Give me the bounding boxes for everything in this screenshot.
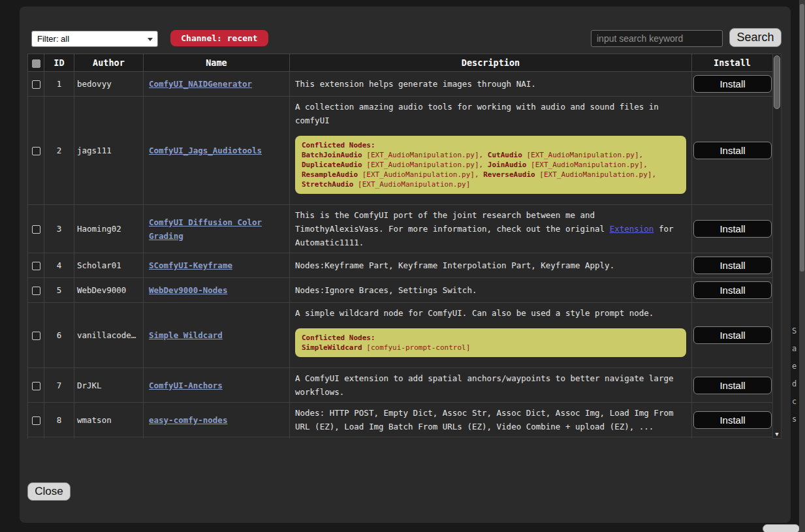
scrollbar-down-arrow[interactable]: ▼ (773, 431, 781, 437)
table-scrollbar[interactable]: ▼ (772, 54, 781, 439)
page-scrollbar-thumb[interactable] (800, 4, 804, 272)
row-id: 6 (44, 303, 74, 368)
channel-badge: Channel: recent (170, 30, 268, 46)
table-row: 5 WebDev9000 WebDev9000-Nodes Nodes:Igno… (28, 278, 773, 303)
row-checkbox[interactable] (32, 416, 40, 425)
conflict-node-name: DuplicateAudio (302, 161, 362, 169)
install-button[interactable]: Install (693, 75, 772, 93)
conflict-node-name: JoinAudio (488, 161, 527, 169)
filter-select-value: Filter: all (37, 34, 69, 44)
header-name: Name (144, 54, 290, 72)
row-description: A ComfyUI extension to add spatial ancho… (290, 368, 692, 403)
table-scrollbar-thumb[interactable] (774, 55, 780, 109)
row-checkbox[interactable] (32, 262, 40, 270)
conflict-node-name: SimpleWildcard (302, 343, 362, 352)
row-description: This extension helps generate images thr… (290, 72, 692, 97)
extension-inline-link[interactable]: Extension (610, 224, 654, 234)
row-description: Nodes:Ignore Braces, Settings Switch. (290, 278, 692, 303)
clipped-background-text: S (792, 326, 797, 336)
conflict-node-name: CutAudio (488, 151, 522, 159)
row-author: jags111 (74, 97, 144, 205)
extension-name-link[interactable]: ComfyUI-Anchors (149, 381, 223, 390)
row-id: 2 (44, 97, 74, 205)
conflict-node-name: StretchAudio (302, 180, 353, 189)
conflict-node-source: [EXT_AudioManipulation.py], (539, 170, 656, 179)
row-checkbox[interactable] (32, 382, 40, 390)
row-checkbox[interactable] (32, 80, 40, 89)
conflict-node-source: [EXT_AudioManipulation.py] (358, 180, 470, 189)
select-all-checkbox[interactable] (32, 59, 40, 68)
clipped-background-text: e (792, 362, 797, 371)
row-author: vanillacode314 (74, 303, 144, 368)
filter-select[interactable]: Filter: all (31, 31, 158, 47)
conflict-title: Conflicted Nodes: (302, 333, 680, 343)
row-author: Scholar01 (74, 253, 144, 278)
extension-name-link[interactable]: ComfyUI_Jags_Audiotools (149, 146, 262, 155)
conflict-title: Conflicted Nodes: (302, 140, 680, 150)
row-description: A simple wildcard node for ComfyUI. Can … (295, 306, 686, 320)
page-scrollbar[interactable] (799, 0, 805, 532)
row-description: This is the ComfyUI port of the joint re… (295, 210, 610, 234)
row-checkbox[interactable] (32, 332, 40, 340)
row-description: A collection amazing audio tools for wor… (295, 100, 686, 127)
install-button[interactable]: Install (693, 220, 772, 238)
conflict-node-source: [EXT_AudioManipulation.py], (366, 151, 483, 159)
close-button[interactable]: Close (27, 482, 71, 501)
install-button[interactable]: Install (693, 142, 772, 159)
header-id: ID (44, 54, 74, 72)
row-checkbox[interactable] (32, 225, 40, 234)
row-author: WebDev9000 (74, 278, 144, 303)
row-author: SoftMeng (74, 437, 144, 439)
row-description: Nodes:Keyframe Part, Keyframe Interpolat… (290, 253, 692, 278)
install-button[interactable]: Install (693, 326, 772, 344)
row-checkbox[interactable] (32, 147, 40, 155)
conflicted-nodes-box: Conflicted Nodes: BatchJoinAudio [EXT_Au… (295, 136, 686, 194)
extension-name-link[interactable]: SComfyUI-Keyframe (149, 260, 232, 270)
extension-name-link[interactable]: ComfyUI Diffusion Color Grading (149, 217, 262, 241)
header-install: Install (692, 54, 773, 72)
table-row: 9 SoftMeng ComfyUI_Mexx_Styler Nodes: Co… (28, 437, 773, 439)
row-checkbox[interactable] (32, 287, 40, 295)
chevron-down-icon (148, 38, 153, 41)
conflict-node-source: [EXT_AudioManipulation.py], (366, 161, 483, 169)
extension-name-link[interactable]: Simple Wildcard (149, 330, 223, 340)
row-id: 1 (44, 72, 74, 97)
clipped-background-button[interactable] (763, 524, 800, 532)
table-row: 1 bedovyy ComfyUI_NAIDGenerator This ext… (28, 72, 773, 97)
install-button[interactable]: Install (693, 281, 772, 299)
row-author: wmatson (74, 403, 144, 437)
extension-name-link[interactable]: ComfyUI_NAIDGenerator (149, 79, 252, 89)
clipped-background-text: d (792, 379, 797, 388)
row-id: 9 (44, 437, 74, 439)
search-input[interactable] (591, 30, 723, 47)
install-custom-nodes-dialog: Filter: all Channel: recent Search ID Au… (20, 7, 791, 523)
install-button[interactable]: Install (693, 257, 772, 274)
custom-nodes-table: ID Author Name Description Install 1 bed… (27, 54, 772, 439)
conflicted-nodes-box: Conflicted Nodes: SimpleWildcard [comfyu… (295, 328, 686, 357)
conflict-node-name: ResampleAudio (302, 170, 358, 179)
row-author: Haoming02 (74, 205, 144, 253)
row-id: 4 (44, 253, 74, 278)
table-header-row: ID Author Name Description Install (28, 54, 773, 72)
table-row: 4 Scholar01 SComfyUI-Keyframe Nodes:Keyf… (28, 253, 773, 278)
conflict-node-source: [EXT_AudioManipulation.py], (362, 170, 479, 179)
install-button[interactable]: Install (693, 411, 772, 429)
conflict-node-source: [EXT_AudioManipulation.py], (526, 151, 643, 159)
conflict-node-source: [comfyui-prompt-control] (366, 343, 470, 352)
row-description: Nodes: ComfyUI Mexx Styler, ComfyUI Mexx… (290, 437, 692, 439)
row-author: bedovyy (74, 72, 144, 97)
conflict-node-source: [EXT_AudioManipulation.py], (531, 161, 648, 169)
row-id: 5 (44, 278, 74, 303)
table-row: 2 jags111 ComfyUI_Jags_Audiotools A coll… (28, 97, 773, 205)
extension-name-link[interactable]: WebDev9000-Nodes (149, 285, 227, 295)
row-author: DrJKL (74, 368, 144, 403)
table-row: 6 vanillacode314 Simple Wildcard A simpl… (28, 303, 773, 368)
search-button[interactable]: Search (729, 28, 781, 47)
extension-name-link[interactable]: easy-comfy-nodes (149, 415, 227, 425)
install-button[interactable]: Install (693, 377, 772, 394)
table-row: 7 DrJKL ComfyUI-Anchors A ComfyUI extens… (28, 368, 773, 403)
row-description: Nodes: HTTP POST, Empty Dict, Assoc Str,… (290, 403, 692, 437)
conflict-node-name: BatchJoinAudio (302, 151, 362, 159)
clipped-background-text: a (792, 344, 797, 353)
table-row: 3 Haoming02 ComfyUI Diffusion Color Grad… (28, 205, 773, 253)
